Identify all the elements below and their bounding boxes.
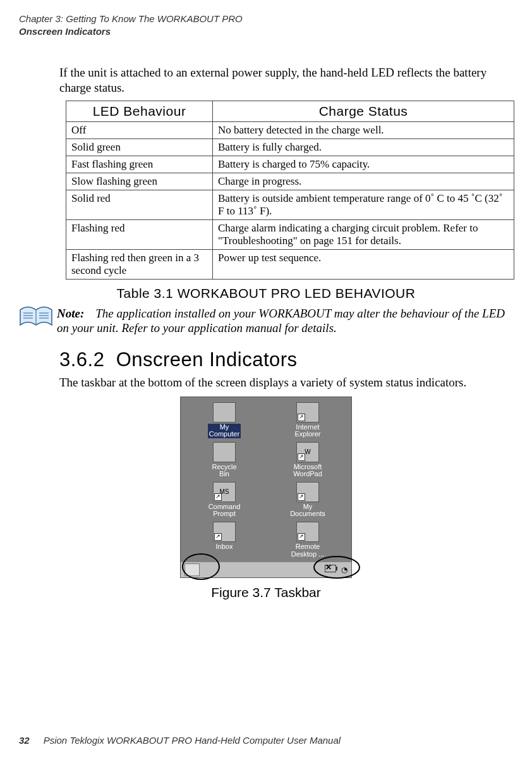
table-row: Off No battery detected in the charge we… <box>66 121 514 138</box>
shortcut-overlay-icon: ↗ <box>298 533 305 541</box>
desktop-icon-image <box>213 442 236 462</box>
note-text: The application installed on your WORKAB… <box>57 307 505 335</box>
desktop-icon-image: ↗ <box>213 522 236 542</box>
desktop-icon-image: ↗ <box>296 402 319 422</box>
table-cell: Charge alarm indicating a charging circu… <box>213 219 514 249</box>
desktop-icon[interactable]: ↗InternetExplorer <box>268 402 348 438</box>
desktop-icon-label: CommandPrompt <box>209 503 241 518</box>
note-label: Note: <box>57 307 84 320</box>
desktop-icon[interactable]: ↗Inbox <box>184 522 264 558</box>
table-header-col2: Charge Status <box>213 101 514 121</box>
table-caption: Table 3.1 WORKABOUT PRO LED BEHAVIOUR <box>19 286 513 301</box>
desktop-icon-label: RemoteDesktop ... <box>291 543 325 558</box>
table-row: Fast flashing green Battery is charged t… <box>66 156 514 173</box>
desktop-icon-image: ↗ <box>296 482 319 502</box>
note-book-icon <box>19 306 53 329</box>
running-header: Chapter 3: Getting To Know The WORKABOUT… <box>19 13 513 37</box>
running-header-chapter: Chapter 3: Getting To Know The WORKABOUT… <box>19 13 513 25</box>
section-title: Onscreen Indicators <box>116 348 298 371</box>
section-number: 3.6.2 <box>59 348 104 371</box>
desktop-icon[interactable]: RecycleBin <box>184 442 264 478</box>
desktop-icon-label: MicrosoftWordPad <box>293 464 322 478</box>
desktop-icon-image <box>213 402 236 422</box>
page-number: 32 <box>19 735 30 746</box>
callout-circle-tray <box>313 556 360 579</box>
table-cell: No battery detected in the charge well. <box>213 121 514 138</box>
table-row: Flashing red Charge alarm indicating a c… <box>66 219 514 249</box>
table-cell: Solid red <box>66 190 213 219</box>
footer-title: Psion Teklogix WORKABOUT PRO Hand-Held C… <box>44 735 341 746</box>
page-footer: 32Psion Teklogix WORKABOUT PRO Hand-Held… <box>19 735 341 746</box>
table-cell: Flashing red <box>66 219 213 249</box>
table-cell: Power up test sequence. <box>213 249 514 279</box>
desktop-icon-image: W↗ <box>296 442 319 462</box>
figure-desktop: MyComputer↗InternetExplorerRecycleBinW↗M… <box>180 397 352 578</box>
led-behaviour-table: LED Behaviour Charge Status Off No batte… <box>66 101 514 280</box>
desktop-icon[interactable]: ↗RemoteDesktop ... <box>268 522 348 558</box>
note-body: Note:The application installed on your W… <box>57 306 513 336</box>
table-cell: Battery is outside ambient temperature r… <box>213 190 514 219</box>
table-cell: Battery is fully charged. <box>213 138 514 156</box>
table-cell: Flashing red then green in a 3 second cy… <box>66 249 213 279</box>
section-heading: 3.6.2 Onscreen Indicators <box>59 348 513 371</box>
callout-circle-start <box>182 553 220 580</box>
table-cell: Battery is charged to 75% capacity. <box>213 156 514 173</box>
shortcut-overlay-icon: ↗ <box>214 493 222 501</box>
table-row: Solid green Battery is fully charged. <box>66 138 514 156</box>
figure-caption: Figure 3.7 Taskbar <box>19 585 513 600</box>
shortcut-overlay-icon: ↗ <box>298 414 305 421</box>
table-cell: Solid green <box>66 138 213 156</box>
table-row: Solid red Battery is outside ambient tem… <box>66 190 514 219</box>
table-cell: Off <box>66 121 213 138</box>
desktop-icon-label: InternetExplorer <box>295 424 321 438</box>
desktop-icon-label: MyDocuments <box>290 503 325 518</box>
desktop-icon-label: RecycleBin <box>212 464 236 478</box>
shortcut-overlay-icon: ↗ <box>298 453 305 461</box>
desktop-icon[interactable]: W↗MicrosoftWordPad <box>268 442 348 478</box>
table-row: Slow flashing green Charge in progress. <box>66 173 514 190</box>
table-header-col1: LED Behaviour <box>66 101 213 121</box>
intro-paragraph: If the unit is attached to an external p… <box>59 65 513 95</box>
desktop-icon-image: ↗ <box>296 522 319 542</box>
table-row: Flashing red then green in a 3 second cy… <box>66 249 514 279</box>
desktop-icon[interactable]: ↗MyDocuments <box>268 482 348 518</box>
table-cell: Fast flashing green <box>66 156 213 173</box>
desktop-icon-label: MyComputer <box>208 424 241 438</box>
table-cell: Slow flashing green <box>66 173 213 190</box>
desktop-icon-label: Inbox <box>216 543 233 551</box>
shortcut-overlay-icon: ↗ <box>214 533 222 541</box>
desktop-icon[interactable]: MyComputer <box>184 402 264 438</box>
table-cell: Charge in progress. <box>213 173 514 190</box>
desktop-icon-image: MS↗ <box>213 482 236 502</box>
shortcut-overlay-icon: ↗ <box>298 493 305 501</box>
desktop-icon[interactable]: MS↗CommandPrompt <box>184 482 264 518</box>
running-header-section: Onscreen Indicators <box>19 26 111 37</box>
section-paragraph: The taskbar at the bottom of the screen … <box>59 375 513 390</box>
